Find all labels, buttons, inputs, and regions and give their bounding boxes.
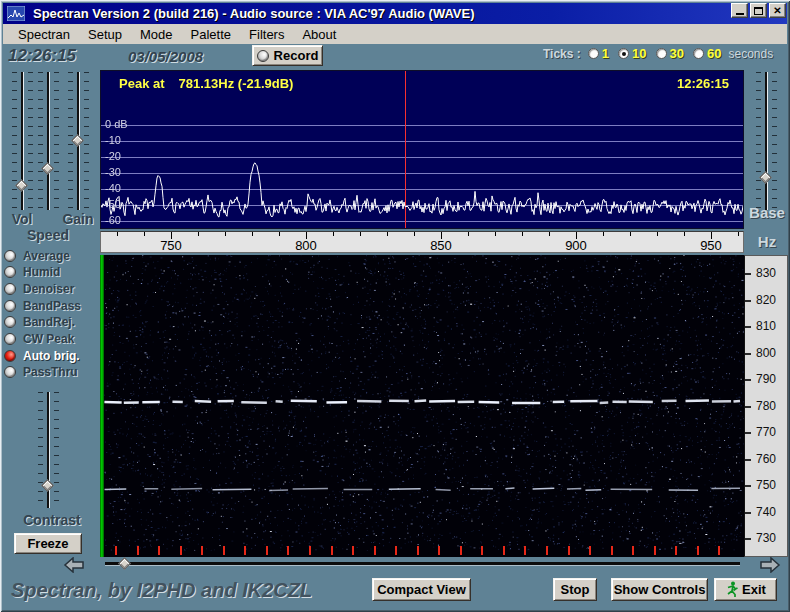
menu-item-filters[interactable]: Filters [240, 25, 293, 44]
freq-tick [738, 232, 739, 236]
radio-icon[interactable] [588, 48, 599, 59]
freeze-button[interactable]: Freeze [14, 533, 82, 554]
menu-item-palette[interactable]: Palette [182, 25, 240, 44]
toggle-label: Auto brig. [23, 349, 80, 363]
led-indicator-icon[interactable] [4, 350, 16, 362]
led-indicator-icon[interactable] [4, 300, 16, 312]
gain-slider[interactable] [65, 70, 91, 212]
waterfall-freq-label: 770 [756, 425, 776, 439]
frequency-scrollbar-track[interactable] [105, 562, 740, 565]
spectrum-canvas[interactable] [101, 71, 744, 229]
led-indicator-icon[interactable] [4, 266, 16, 278]
toggle-auto-brig-[interactable]: Auto brig. [4, 348, 104, 363]
date-display: 03/05/2008 [128, 48, 203, 65]
frequency-scrollbar-thumb[interactable] [118, 557, 131, 570]
waterfall-display[interactable] [100, 255, 744, 557]
show-controls-button[interactable]: Show Controls [611, 578, 708, 601]
waterfall-freq-label: 810 [756, 319, 776, 333]
ticks-option-10[interactable]: 10 [618, 46, 646, 61]
scroll-right-button[interactable] [759, 557, 781, 573]
speed-slider-track[interactable] [47, 72, 49, 210]
speed-slider-thumb[interactable] [41, 162, 54, 175]
exit-label: Exit [742, 582, 766, 597]
db-axis-label: -50 [105, 198, 121, 210]
led-indicator-icon[interactable] [4, 283, 16, 295]
maximize-icon [754, 7, 763, 15]
base-slider[interactable] [753, 70, 779, 212]
contrast-slider-thumb[interactable] [41, 479, 54, 492]
volume-slider[interactable] [9, 70, 35, 212]
compact-view-button[interactable]: Compact View [372, 578, 471, 601]
record-button[interactable]: Record [252, 45, 323, 66]
seconds-label: seconds [728, 47, 773, 61]
radio-icon[interactable] [618, 48, 629, 59]
base-slider-track[interactable] [765, 72, 767, 210]
menu-item-about[interactable]: About [293, 25, 345, 44]
maximize-button[interactable] [750, 3, 767, 18]
freq-tick [657, 232, 658, 236]
toggle-bandpass[interactable]: BandPass [4, 298, 104, 313]
freq-tick-label: 800 [286, 238, 326, 253]
radio-icon[interactable] [693, 48, 704, 59]
menu-bar: SpectranSetupModePaletteFiltersAbout [3, 24, 787, 44]
freq-tick-label: 850 [421, 238, 461, 253]
slider-ticks [38, 72, 43, 210]
spectrum-display[interactable]: Peak at 781.13Hz (-21.9dB) 12:26:15 0 dB… [100, 70, 744, 229]
toggle-passthru[interactable]: PassThru [4, 365, 104, 380]
record-led-icon [257, 50, 269, 62]
waterfall-freq-tick [745, 406, 751, 408]
waterfall-edge-marker [100, 255, 104, 557]
freq-tick [603, 232, 604, 236]
led-indicator-icon[interactable] [4, 250, 16, 262]
record-label: Record [274, 48, 319, 63]
toggle-denoiser[interactable]: Denoiser [4, 281, 104, 296]
slider-ticks [54, 72, 59, 210]
exit-button[interactable]: Exit [714, 578, 777, 601]
ticks-option-label: 10 [632, 46, 646, 61]
minimize-button[interactable] [731, 3, 748, 18]
waterfall-freq-tick [745, 300, 751, 302]
base-label: Base [744, 204, 790, 221]
title-bar[interactable]: Spectran Version 2 (build 216) - Audio s… [3, 3, 787, 24]
led-indicator-icon[interactable] [4, 333, 16, 345]
ticks-option-30[interactable]: 30 [656, 46, 684, 61]
menu-item-mode[interactable]: Mode [131, 25, 182, 44]
close-button[interactable]: ✕ [769, 3, 786, 18]
waterfall-freq-tick [745, 326, 751, 328]
waterfall-freq-tick [745, 379, 751, 381]
waterfall-freq-tick [745, 432, 751, 434]
contrast-slider[interactable] [35, 390, 61, 510]
base-slider-thumb[interactable] [759, 171, 772, 184]
freq-tick [360, 232, 361, 236]
toggle-cw-peak[interactable]: CW Peak [4, 332, 104, 347]
scroll-left-button[interactable] [63, 557, 85, 573]
toggle-humid[interactable]: Humid [4, 265, 104, 280]
slider-ticks [12, 72, 17, 210]
radio-icon[interactable] [656, 48, 667, 59]
freq-tick [684, 232, 685, 236]
slider-ticks [756, 72, 761, 210]
volume-slider-thumb[interactable] [15, 179, 28, 192]
contrast-label: Contrast [4, 512, 100, 528]
freq-tick-label: 750 [151, 238, 191, 253]
show-controls-label: Show Controls [614, 582, 706, 597]
stop-button[interactable]: Stop [553, 578, 597, 601]
gain-label: Gain [58, 211, 98, 227]
toggle-bandrej-[interactable]: BandRej. [4, 315, 104, 330]
waterfall-freq-tick [745, 538, 751, 540]
led-indicator-icon[interactable] [4, 366, 16, 378]
speed-label: Speed [18, 227, 78, 243]
ticks-option-1[interactable]: 1 [588, 46, 609, 61]
menu-item-spectran[interactable]: Spectran [9, 25, 79, 44]
led-indicator-icon[interactable] [4, 316, 16, 328]
ticks-option-60[interactable]: 60 [693, 46, 721, 61]
speed-slider[interactable] [35, 70, 61, 212]
waterfall-freq-label: 760 [756, 452, 776, 466]
gain-slider-thumb[interactable] [71, 134, 84, 147]
menu-item-setup[interactable]: Setup [79, 25, 131, 44]
waterfall-canvas[interactable] [100, 255, 744, 557]
frequency-axis: 750800850900950 [100, 231, 744, 253]
toggle-average[interactable]: Average [4, 248, 104, 263]
freq-tick [630, 232, 631, 236]
db-axis-label: -40 [105, 182, 121, 194]
